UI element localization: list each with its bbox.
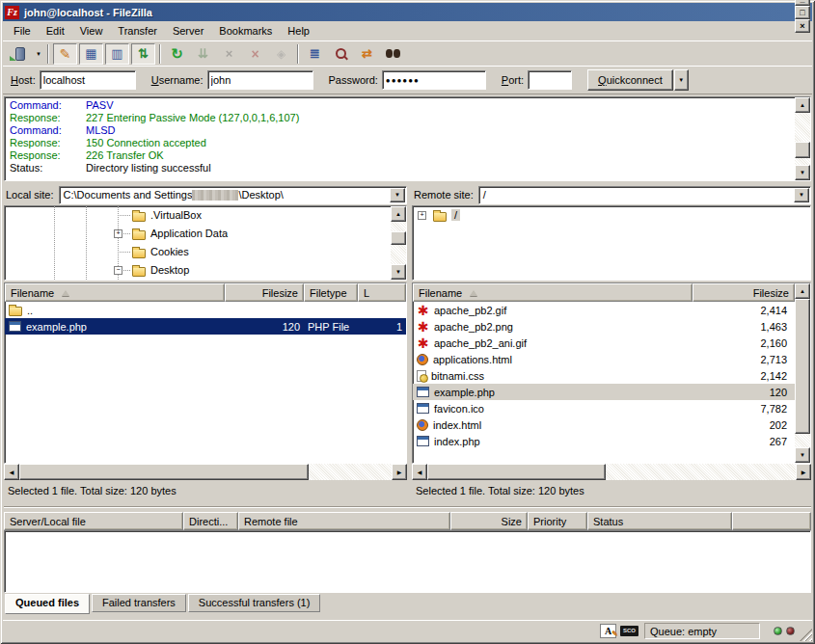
menu-help[interactable]: Help bbox=[280, 23, 317, 39]
file-row-apache-pb2-png[interactable]: ✱apache_pb2.png1,463 bbox=[413, 318, 795, 335]
local-tree-scrollbar[interactable]: ▲ ▼ bbox=[391, 206, 406, 280]
abort-button[interactable]: ◈ bbox=[269, 43, 293, 65]
menu-server[interactable]: Server bbox=[165, 23, 211, 39]
host-input[interactable] bbox=[40, 70, 136, 90]
speed-limit-icon[interactable]: SCO bbox=[620, 626, 638, 636]
file-row-item[interactable]: .. bbox=[5, 302, 406, 318]
file-name-cell: example.php bbox=[5, 318, 225, 335]
column-header-filesize[interactable]: Filesize bbox=[693, 283, 795, 302]
tree-item-item[interactable]: +/ bbox=[413, 206, 810, 225]
scroll-up-button[interactable]: ▲ bbox=[391, 206, 406, 222]
tree-item-desktop[interactable]: −Desktop bbox=[5, 261, 406, 280]
menu-view[interactable]: View bbox=[72, 23, 111, 39]
scroll-left-button[interactable]: ◀ bbox=[4, 464, 19, 480]
tab-queued-files[interactable]: Queued files bbox=[5, 594, 90, 614]
local-site-combo[interactable]: C:\Documents and Settings\Desktop\ ▼ bbox=[59, 186, 407, 204]
scroll-down-button[interactable]: ▼ bbox=[391, 264, 406, 280]
disconnect-button[interactable]: × bbox=[243, 43, 267, 65]
username-input[interactable] bbox=[207, 70, 313, 90]
cancel-icon: × bbox=[226, 46, 233, 61]
remote-list-scrollbar[interactable]: ▲ ▼ bbox=[795, 283, 810, 463]
file-row-applications-html[interactable]: applications.html2,713 bbox=[413, 351, 795, 367]
scroll-thumb[interactable] bbox=[19, 464, 309, 480]
find-files-button[interactable] bbox=[381, 43, 405, 65]
scroll-track[interactable] bbox=[427, 464, 796, 480]
column-header-filesize[interactable]: Filesize bbox=[225, 283, 304, 302]
file-row-example-php[interactable]: example.php120PHP File1 bbox=[5, 318, 406, 335]
toggle-message-log-button[interactable]: ✎ bbox=[53, 43, 77, 65]
scroll-track[interactable] bbox=[795, 299, 810, 447]
menu-edit[interactable]: Edit bbox=[39, 23, 72, 39]
tree-item-application-data[interactable]: +Application Data bbox=[5, 225, 406, 243]
sync-browsing-button[interactable]: ⇄ bbox=[355, 43, 379, 65]
expand-icon[interactable]: + bbox=[418, 211, 426, 220]
scroll-up-button[interactable]: ▲ bbox=[795, 283, 810, 299]
file-row-index-php[interactable]: index.php267 bbox=[413, 433, 795, 449]
remote-site-dropdown-button[interactable]: ▼ bbox=[794, 188, 809, 202]
file-row-favicon-ico[interactable]: favicon.ico7,782 bbox=[413, 400, 795, 416]
quickconnect-dropdown-button[interactable]: ▼ bbox=[674, 69, 689, 91]
queue-column-server-local-file[interactable]: Server/Local file bbox=[4, 512, 183, 530]
collapse-icon[interactable]: − bbox=[114, 266, 122, 275]
chevron-down-icon: ▼ bbox=[799, 192, 804, 198]
log-line-type: Response: bbox=[10, 149, 86, 162]
toggle-transfer-queue-button[interactable]: ⇅ bbox=[131, 43, 155, 65]
menu-bookmarks[interactable]: Bookmarks bbox=[211, 23, 280, 39]
site-manager-dropdown-button[interactable]: ▼ bbox=[33, 43, 44, 65]
scroll-track[interactable] bbox=[795, 113, 810, 165]
port-input[interactable] bbox=[528, 70, 572, 90]
scroll-thumb[interactable] bbox=[795, 299, 810, 434]
scroll-left-button[interactable]: ◀ bbox=[412, 464, 427, 480]
quickconnect-button[interactable]: Quickconnect bbox=[587, 69, 673, 91]
remote-horizontal-scrollbar[interactable]: ◀ ▶ bbox=[412, 464, 811, 480]
expand-icon[interactable]: + bbox=[114, 229, 122, 238]
process-queue-button[interactable]: ⇊ bbox=[191, 43, 215, 65]
local-site-dropdown-button[interactable]: ▼ bbox=[390, 188, 405, 202]
menu-transfer[interactable]: Transfer bbox=[110, 23, 165, 39]
column-header-filename[interactable]: Filename bbox=[5, 283, 225, 302]
toggle-local-tree-button[interactable]: ▦ bbox=[79, 43, 103, 65]
queue-column-directi[interactable]: Directi... bbox=[183, 512, 238, 530]
queue-column-remote-file[interactable]: Remote file bbox=[238, 512, 450, 530]
filter-button[interactable]: ≣ bbox=[303, 43, 327, 65]
column-header-l[interactable]: L bbox=[358, 283, 406, 302]
file-row-example-php[interactable]: example.php120 bbox=[413, 384, 795, 400]
file-search-button[interactable] bbox=[329, 43, 353, 65]
scroll-thumb[interactable] bbox=[795, 142, 810, 158]
tab-successful-transfers-1[interactable]: Successful transfers (1) bbox=[188, 594, 321, 612]
menu-file[interactable]: File bbox=[6, 23, 39, 39]
transfer-type-icon[interactable]: A bbox=[600, 624, 616, 638]
scroll-track[interactable] bbox=[391, 222, 406, 264]
file-row-index-html[interactable]: index.html202 bbox=[413, 416, 795, 433]
tab-failed-transfers[interactable]: Failed transfers bbox=[92, 594, 186, 612]
scroll-up-button[interactable]: ▲ bbox=[795, 97, 810, 113]
column-header-label: Directi... bbox=[189, 516, 228, 527]
toggle-remote-tree-button[interactable]: ▥ bbox=[105, 43, 129, 65]
scroll-down-button[interactable]: ▼ bbox=[795, 165, 810, 180]
password-input[interactable] bbox=[382, 70, 486, 90]
scroll-right-button[interactable]: ▶ bbox=[796, 464, 811, 480]
tree-item-cookies[interactable]: Cookies bbox=[5, 243, 406, 261]
remote-site-combo[interactable]: / ▼ bbox=[478, 186, 811, 204]
local-horizontal-scrollbar[interactable]: ◀ ▶ bbox=[4, 464, 407, 480]
log-scrollbar[interactable]: ▲ ▼ bbox=[795, 97, 810, 180]
site-manager-button[interactable] bbox=[8, 43, 32, 65]
scroll-thumb[interactable] bbox=[391, 231, 406, 245]
file-row-bitnami-css[interactable]: bitnami.css2,142 bbox=[413, 367, 795, 384]
scroll-down-button[interactable]: ▼ bbox=[795, 447, 810, 463]
maximize-button[interactable]: □ bbox=[795, 6, 810, 19]
column-header-filename[interactable]: Filename bbox=[413, 283, 693, 302]
cancel-operation-button[interactable]: × bbox=[217, 43, 241, 65]
file-row-apache-pb2-ani-gif[interactable]: ✱apache_pb2_ani.gif2,160 bbox=[413, 335, 795, 351]
ico-file-icon bbox=[417, 403, 429, 414]
scroll-track[interactable] bbox=[19, 464, 392, 480]
scroll-thumb[interactable] bbox=[427, 464, 606, 480]
queue-column-size[interactable]: Size bbox=[450, 512, 528, 530]
tree-item-virtualbox[interactable]: .VirtualBox bbox=[5, 206, 406, 225]
file-row-apache-pb2-gif[interactable]: ✱apache_pb2.gif2,414 bbox=[413, 302, 795, 318]
column-header-filetype[interactable]: Filetype bbox=[304, 283, 358, 302]
queue-column-status[interactable]: Status bbox=[587, 512, 732, 530]
queue-column-priority[interactable]: Priority bbox=[528, 512, 587, 530]
refresh-button[interactable]: ↻ bbox=[165, 43, 189, 65]
scroll-right-button[interactable]: ▶ bbox=[392, 464, 407, 480]
